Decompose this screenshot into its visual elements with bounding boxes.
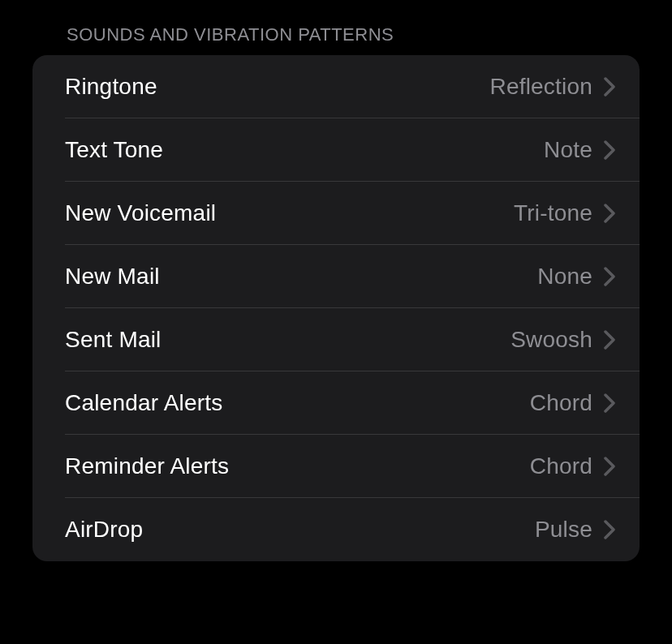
- row-label: Ringtone: [65, 74, 157, 100]
- section-header: SOUNDS AND VIBRATION PATTERNS: [0, 0, 672, 55]
- row-reminder-alerts[interactable]: Reminder Alerts Chord: [32, 435, 640, 498]
- row-sent-mail[interactable]: Sent Mail Swoosh: [32, 308, 640, 371]
- row-right: Pulse: [535, 517, 615, 543]
- row-new-voicemail[interactable]: New Voicemail Tri-tone: [32, 182, 640, 245]
- row-value: Tri-tone: [514, 200, 592, 226]
- row-right: Chord: [530, 390, 615, 416]
- row-label: Sent Mail: [65, 327, 162, 353]
- row-label: Reminder Alerts: [65, 453, 229, 479]
- row-value: Swoosh: [510, 327, 592, 353]
- row-ringtone[interactable]: Ringtone Reflection: [32, 55, 640, 118]
- row-right: Swoosh: [510, 327, 615, 353]
- row-value: Chord: [530, 453, 592, 479]
- row-right: Reflection: [489, 74, 615, 100]
- row-value: Pulse: [535, 517, 592, 543]
- chevron-right-icon: [604, 330, 615, 350]
- chevron-right-icon: [604, 204, 615, 223]
- row-label: AirDrop: [65, 517, 143, 543]
- row-label: Calendar Alerts: [65, 390, 222, 416]
- row-right: Tri-tone: [514, 200, 615, 226]
- row-new-mail[interactable]: New Mail None: [32, 245, 640, 308]
- row-value: Reflection: [489, 74, 592, 100]
- row-airdrop[interactable]: AirDrop Pulse: [32, 498, 640, 561]
- row-right: Note: [544, 137, 615, 163]
- row-text-tone[interactable]: Text Tone Note: [32, 118, 640, 182]
- row-label: New Mail: [65, 264, 160, 290]
- chevron-right-icon: [604, 140, 615, 160]
- settings-list: Ringtone Reflection Text Tone Note New V…: [32, 55, 640, 561]
- chevron-right-icon: [604, 393, 615, 413]
- chevron-right-icon: [604, 77, 615, 97]
- row-right: None: [537, 264, 615, 290]
- row-value: None: [537, 264, 592, 290]
- row-calendar-alerts[interactable]: Calendar Alerts Chord: [32, 371, 640, 435]
- row-value: Chord: [530, 390, 592, 416]
- chevron-right-icon: [604, 457, 615, 476]
- row-value: Note: [544, 137, 592, 163]
- chevron-right-icon: [604, 267, 615, 286]
- chevron-right-icon: [604, 520, 615, 539]
- row-right: Chord: [530, 453, 615, 479]
- row-label: New Voicemail: [65, 200, 216, 226]
- row-label: Text Tone: [65, 137, 163, 163]
